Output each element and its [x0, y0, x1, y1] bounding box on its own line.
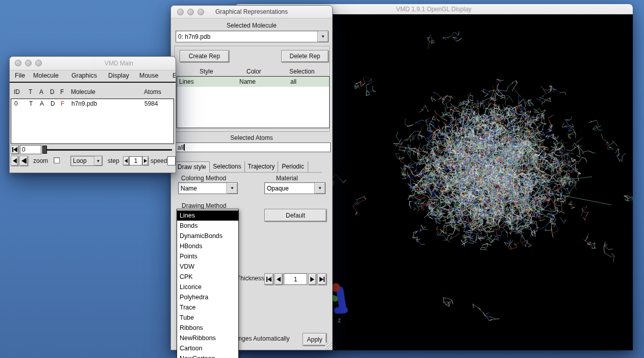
col-header-id: ID	[14, 88, 20, 96]
default-button[interactable]: Default	[264, 209, 327, 222]
minimize-icon[interactable]	[25, 60, 32, 66]
drawing-method-option[interactable]: DynamicBonds	[177, 231, 238, 241]
step-back-button[interactable]	[19, 156, 28, 166]
frame-slider-handle[interactable]	[42, 146, 47, 154]
coloring-method-value: Name	[179, 185, 227, 192]
create-rep-button[interactable]: Create Rep	[180, 50, 229, 62]
drawing-method-option[interactable]: NewCartoon	[177, 353, 238, 358]
desktop: { "vmd_main": { "title": "VMD Main", "me…	[0, 0, 644, 358]
col-header-d: D	[50, 88, 55, 96]
drawing-method-option[interactable]: Cartoon	[177, 343, 238, 353]
col-header-f: F	[60, 88, 64, 96]
tab-selections[interactable]: Selections	[210, 161, 245, 172]
loop-value: Loop	[71, 157, 94, 164]
vmd-main-window: VMD Main FileMoleculeGraphicsDisplayMous…	[9, 56, 176, 173]
drawing-method-option[interactable]: Tube	[177, 313, 238, 323]
apply-button[interactable]: Apply	[303, 333, 327, 346]
drawing-method-option[interactable]: Lines	[177, 210, 238, 221]
step-decrement-button[interactable]	[123, 156, 129, 165]
step-value: 1	[134, 157, 138, 164]
thickness-decrement-button[interactable]	[275, 273, 283, 285]
col-header-t: T	[29, 88, 32, 96]
mol-d: D	[51, 100, 55, 107]
molecule-list[interactable]: 0 T A D F h7n9.pdb 5984	[11, 99, 174, 144]
chevron-down-icon: ▼	[94, 156, 102, 165]
menu-molecule[interactable]: Molecule	[33, 72, 59, 79]
step-label: step	[108, 157, 119, 164]
drawing-method-option[interactable]: Bonds	[177, 221, 238, 231]
graphrep-window-title: Graphical Representations	[171, 8, 332, 15]
rep-list[interactable]: Lines Name all	[177, 76, 330, 128]
rep-row-style: Lines	[179, 78, 194, 85]
selected-atoms-label: Selected Atoms	[171, 134, 332, 141]
rep-row-color: Name	[239, 78, 256, 85]
chevron-down-icon: ▼	[227, 183, 237, 194]
thickness-last-button[interactable]	[317, 273, 327, 285]
material-value: Opaque	[265, 185, 314, 192]
menubar-separator	[10, 82, 176, 83]
loop-select[interactable]: Loop ▼	[70, 156, 103, 166]
thickness-input[interactable]: 1	[284, 273, 307, 285]
thickness-label: Thickness	[237, 275, 264, 282]
coloring-method-select[interactable]: Name ▼	[178, 182, 238, 194]
rep-header-style: Style	[200, 68, 213, 75]
tab-periodic[interactable]: Periodic	[278, 161, 308, 172]
thickness-first-button[interactable]	[264, 273, 274, 285]
frame-slider-track[interactable]	[43, 149, 172, 151]
selected-molecule-select[interactable]: 0: h7n9.pdb ▼	[176, 31, 329, 42]
tab-trajectory[interactable]: Trajectory	[245, 161, 278, 172]
drawing-method-option[interactable]: NewRibbons	[177, 333, 238, 343]
col-header-atoms: Atoms	[144, 88, 161, 96]
prev-frame-button[interactable]	[11, 156, 18, 166]
drawing-method-option[interactable]: VDW	[177, 261, 238, 272]
selected-atoms-input[interactable]: all	[176, 142, 331, 152]
menu-mouse[interactable]: Mouse	[139, 72, 159, 79]
selected-molecule-value: 0: h7n9.pdb	[176, 33, 317, 40]
col-header-a: A	[39, 88, 43, 96]
drawing-method-option[interactable]: CPK	[177, 272, 238, 282]
drawing-method-option[interactable]: Polyhedra	[177, 292, 238, 302]
rep-row[interactable]: Lines Name all	[177, 77, 329, 87]
text-caret	[184, 144, 185, 151]
chevron-down-icon: ▼	[317, 31, 328, 42]
menu-file[interactable]: File	[15, 72, 25, 79]
drawing-method-option[interactable]: Trace	[177, 302, 238, 313]
rep-row-selection: all	[290, 78, 296, 85]
frame-input[interactable]: 0	[20, 145, 41, 154]
zoom-window-icon[interactable]	[35, 60, 42, 66]
molecule-row[interactable]: 0 T A D F h7n9.pdb 5984	[11, 99, 174, 108]
mol-name: h7n9.pdb	[71, 100, 97, 107]
step-increment-button[interactable]	[142, 156, 148, 165]
delete-rep-button[interactable]: Delete Rep	[281, 50, 329, 62]
rep-header-selection: Selection	[289, 68, 314, 75]
drawing-method-label: Drawing Method	[182, 202, 226, 209]
material-label: Material	[276, 175, 298, 182]
material-select[interactable]: Opaque ▼	[264, 182, 326, 194]
thickness-increment-button[interactable]	[308, 273, 316, 285]
drawing-method-option[interactable]: Licorice	[177, 282, 238, 292]
vmd-menubar: FileMoleculeGraphicsDisplayMouseExtensio…	[10, 70, 176, 82]
col-header-molecule: Molecule	[71, 88, 95, 96]
tab-draw-style[interactable]: Draw style	[174, 161, 210, 173]
speed-label: speed	[151, 157, 167, 164]
vmd-main-titlebar[interactable]: VMD Main	[10, 57, 176, 70]
drawing-method-option[interactable]: HBonds	[177, 241, 238, 251]
drawing-method-option[interactable]: Ribbons	[177, 323, 238, 333]
menu-graphics[interactable]: Graphics	[71, 72, 97, 79]
drawing-method-option[interactable]: Points	[177, 251, 238, 261]
vmd-main-window-title: VMD Main	[105, 60, 133, 67]
selected-atoms-value: all	[178, 144, 184, 151]
step-input[interactable]: 1	[129, 156, 142, 165]
resize-grip[interactable]	[325, 343, 332, 349]
menu-extensions[interactable]: Extensions	[172, 72, 176, 79]
drawing-method-listbox[interactable]: LinesBondsDynamicBondsHBondsPointsVDWCPK…	[177, 209, 239, 358]
goto-start-button[interactable]	[11, 145, 19, 154]
selected-molecule-label: Selected Molecule	[171, 22, 332, 29]
close-icon[interactable]	[15, 60, 21, 66]
speed-slider-sliver[interactable]	[167, 156, 176, 165]
mol-t: T	[29, 100, 33, 107]
coloring-method-label: Coloring Method	[181, 175, 226, 182]
graphrep-titlebar[interactable]: Graphical Representations	[171, 6, 332, 18]
menu-display[interactable]: Display	[108, 72, 129, 79]
zoom-checkbox[interactable]	[54, 157, 60, 163]
